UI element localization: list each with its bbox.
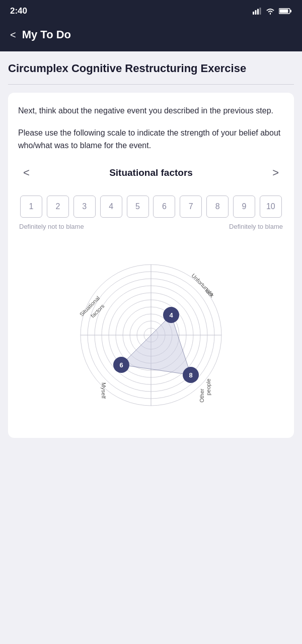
nav-title: My To Do xyxy=(22,28,71,41)
scale-9[interactable]: 9 xyxy=(233,196,255,218)
main-card: Next, think about the negative event you… xyxy=(8,93,294,438)
radar-chart-container: Situational factors Unfortunate luck Mys… xyxy=(18,244,284,426)
svg-rect-1 xyxy=(255,10,257,15)
svg-text:6: 6 xyxy=(119,361,123,369)
status-icons xyxy=(253,8,292,15)
scale-labels: Definitely not to blame Definitely to bl… xyxy=(18,223,284,230)
scale-6[interactable]: 6 xyxy=(153,196,175,218)
scale-1[interactable]: 1 xyxy=(20,196,42,218)
svg-text:people: people xyxy=(205,378,211,395)
scale-3[interactable]: 3 xyxy=(73,196,96,218)
svg-rect-5 xyxy=(290,10,292,13)
signal-icon xyxy=(253,8,262,15)
radar-chart: Situational factors Unfortunate luck Mys… xyxy=(70,254,232,416)
factor-name: Situational factors xyxy=(109,167,193,178)
scale-10[interactable]: 10 xyxy=(260,196,282,218)
scale-5[interactable]: 5 xyxy=(127,196,149,218)
back-button[interactable]: < xyxy=(10,29,16,41)
scale-8[interactable]: 8 xyxy=(206,196,229,218)
scale-2[interactable]: 2 xyxy=(47,196,69,218)
svg-text:Other: Other xyxy=(199,389,205,403)
svg-rect-2 xyxy=(257,9,259,15)
page-content: Circumplex Cognitive Restructuring Exerc… xyxy=(0,51,302,448)
svg-rect-3 xyxy=(260,8,261,15)
factor-prev-button[interactable]: < xyxy=(18,164,35,181)
factor-next-button[interactable]: > xyxy=(267,164,284,181)
scale-4[interactable]: 4 xyxy=(100,196,122,218)
svg-rect-6 xyxy=(280,10,288,13)
svg-rect-0 xyxy=(253,12,254,15)
scale-7[interactable]: 7 xyxy=(180,196,202,218)
battery-icon xyxy=(279,8,292,15)
wifi-icon xyxy=(266,8,275,15)
exercise-title: Circumplex Cognitive Restructuring Exerc… xyxy=(8,61,294,76)
instruction-paragraph-2: Please use the following scale to indica… xyxy=(18,127,284,152)
status-bar: 2:40 xyxy=(0,0,302,22)
factor-navigation: < Situational factors > xyxy=(18,164,284,181)
scale-label-left: Definitely not to blame xyxy=(19,223,84,230)
nav-header: < My To Do xyxy=(0,22,302,51)
svg-text:4: 4 xyxy=(169,311,173,319)
status-time: 2:40 xyxy=(10,6,27,16)
svg-text:Myself: Myself xyxy=(101,382,107,399)
scale-numbers-row: 1 2 3 4 5 6 7 8 9 10 xyxy=(18,196,284,218)
section-divider xyxy=(8,84,294,85)
scale-label-right: Definitely to blame xyxy=(229,223,283,230)
instruction-paragraph-1: Next, think about the negative event you… xyxy=(18,105,284,117)
svg-text:8: 8 xyxy=(189,371,192,379)
svg-marker-19 xyxy=(121,315,191,375)
